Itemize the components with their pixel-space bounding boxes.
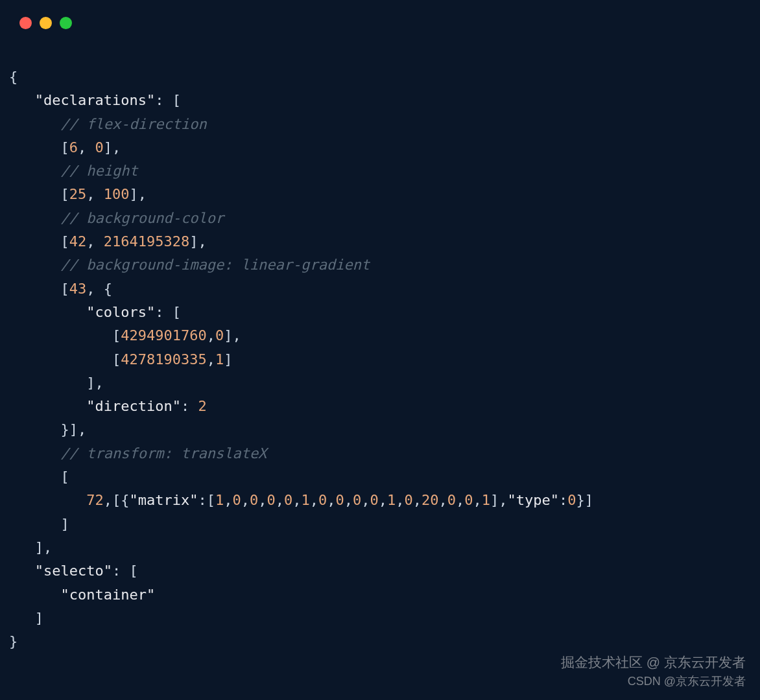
minimize-icon[interactable]	[40, 17, 52, 29]
maximize-icon[interactable]	[60, 17, 72, 29]
code-token-punct: ,	[361, 492, 370, 508]
code-token-number: 43	[69, 281, 87, 297]
code-token-punct: {	[9, 69, 18, 85]
code-token-string: "type"	[507, 492, 558, 508]
code-token-punct: [	[112, 351, 121, 368]
code-token-comment: // background-color	[60, 210, 224, 226]
code-token-punct: ],	[35, 539, 53, 555]
code-token-punct: [	[60, 233, 69, 250]
watermark-line-1: 掘金技术社区 @ 京东云开发者	[561, 653, 746, 672]
code-token-punct: [	[60, 469, 69, 485]
code-token-number: 0	[370, 492, 378, 508]
code-token-punct: ,	[344, 492, 353, 508]
code-token-punct: ]	[35, 610, 43, 626]
code-token-punct: ,	[207, 327, 215, 344]
code-token-number: 2	[198, 398, 206, 414]
code-token-comment: // height	[60, 163, 137, 179]
code-token-punct: ],	[86, 375, 104, 391]
code-token-comment: // transform: translateX	[60, 445, 267, 461]
code-token-comment: // flex-direction	[60, 116, 206, 132]
code-token-number: 72	[86, 492, 104, 508]
code-token-number: 1	[215, 351, 224, 368]
code-token-number: 20	[422, 492, 439, 508]
code-token-punct: ,	[292, 492, 301, 508]
code-token-number: 1	[482, 492, 490, 508]
code-token-number: 0	[95, 139, 103, 156]
code-token-punct: ]	[224, 351, 232, 368]
code-token-number: 0	[464, 492, 473, 508]
code-token-punct: : [	[155, 92, 181, 108]
code-token-punct: ,	[379, 492, 387, 508]
code-token-punct: :	[559, 492, 567, 508]
code-token-number: 0	[284, 492, 292, 508]
code-token-punct: [	[60, 281, 69, 297]
close-icon[interactable]	[19, 17, 32, 29]
code-token-punct: ]	[60, 516, 69, 532]
code-token-number: 0	[353, 492, 361, 508]
code-token-punct: : [	[155, 304, 181, 320]
code-token-number: 0	[447, 492, 456, 508]
code-token-number: 0	[267, 492, 275, 508]
code-token-punct: :[	[198, 492, 215, 508]
code-token-number: 6	[69, 139, 78, 156]
code-token-punct: ,	[258, 492, 267, 508]
code-token-number: 1	[301, 492, 309, 508]
code-token-punct: ],	[104, 139, 121, 156]
code-token-string: "container"	[60, 587, 155, 603]
code-token-punct: }],	[60, 421, 86, 438]
code-token-number: 25	[69, 186, 87, 202]
code-token-string: "matrix"	[129, 492, 198, 508]
code-token-number: 4278190335	[121, 351, 206, 368]
code-token-punct: }	[9, 633, 18, 649]
code-token-number: 0	[250, 492, 258, 508]
window-controls	[0, 0, 760, 29]
code-token-punct: ,	[276, 492, 284, 508]
code-token-string: "colors"	[86, 304, 155, 320]
code-token-punct: ,	[86, 233, 104, 250]
code-token-punct: ,	[78, 139, 95, 156]
watermark: 掘金技术社区 @ 京东云开发者 CSDN @京东云开发者	[561, 653, 746, 690]
code-token-number: 1	[387, 492, 396, 508]
code-token-punct: , {	[86, 281, 112, 297]
code-token-string: "declarations"	[35, 92, 155, 108]
code-token-number: 4294901760	[121, 327, 206, 344]
watermark-line-2: CSDN @京东云开发者	[561, 673, 746, 690]
code-token-punct: ,	[456, 492, 464, 508]
code-token-punct: :	[181, 398, 198, 414]
code-token-punct: ,	[241, 492, 250, 508]
code-token-number: 100	[104, 186, 130, 202]
code-token-punct: ,	[473, 492, 481, 508]
code-token-number: 1	[215, 492, 224, 508]
code-token-string: "selecto"	[35, 563, 112, 579]
code-token-number: 42	[69, 233, 87, 250]
code-token-punct: ,	[310, 492, 318, 508]
code-token-number: 0	[335, 492, 344, 508]
code-token-punct: : [	[112, 563, 138, 579]
code-token-punct: [	[112, 327, 121, 344]
code-token-punct: ,	[438, 492, 447, 508]
code-token-punct: ,	[327, 492, 335, 508]
code-token-punct: ,	[396, 492, 404, 508]
code-token-punct: [	[60, 139, 69, 156]
code-token-punct: [	[60, 186, 69, 202]
code-token-punct: }]	[576, 492, 593, 508]
code-token-punct: ,	[224, 492, 232, 508]
code-token-comment: // background-image: linear-gradient	[60, 257, 370, 273]
code-token-punct: ,	[413, 492, 422, 508]
code-token-punct: ,	[207, 351, 215, 368]
code-token-punct: ],	[129, 186, 147, 202]
code-token-number: 0	[232, 492, 241, 508]
code-token-punct: ],	[224, 327, 241, 344]
code-token-number: 0	[404, 492, 412, 508]
code-token-number: 0	[567, 492, 576, 508]
code-token-number: 0	[318, 492, 327, 508]
code-token-number: 0	[215, 327, 224, 344]
code-token-number: 2164195328	[104, 233, 189, 250]
code-token-punct: ],	[189, 233, 207, 250]
code-token-punct: ],	[490, 492, 508, 508]
code-token-string: "direction"	[86, 398, 181, 414]
code-token-punct: ,	[86, 186, 104, 202]
code-block: { "declarations": [ // flex-direction [6…	[0, 29, 760, 653]
code-token-punct: ,[{	[104, 492, 130, 508]
